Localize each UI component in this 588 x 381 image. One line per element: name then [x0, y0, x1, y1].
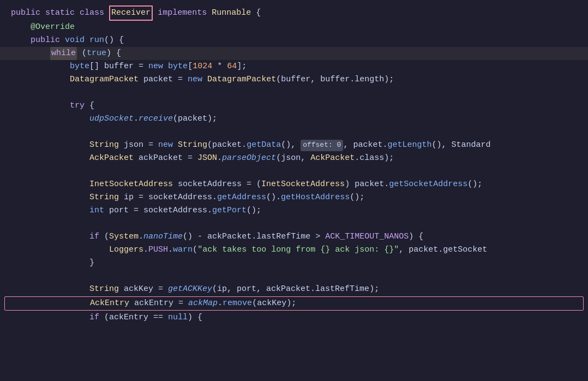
code-line: AckEntry ackEntry = ackMap.remove(ackKey…: [4, 296, 584, 311]
code-token: PUSH: [148, 243, 168, 257]
code-token: "ack takes too long from {} ack json: {}…: [197, 243, 399, 257]
code-token: [11, 112, 89, 126]
code-token: [11, 178, 89, 191]
code-line: udpSocket.receive(packet);: [0, 112, 588, 126]
code-token: nanoTime: [143, 230, 183, 243]
code-token: () {: [104, 34, 124, 47]
code-token: int: [89, 204, 104, 217]
code-line: [0, 86, 588, 99]
code-token: AckPacket: [89, 152, 134, 165]
code-token: getSocketAddress: [389, 178, 467, 191]
code-line: try {: [0, 99, 588, 112]
code-token: (packet);: [173, 112, 217, 126]
code-token: Loggers: [109, 243, 143, 257]
code-line: }: [0, 257, 588, 270]
code-token: String: [89, 191, 119, 204]
code-token: getData: [247, 139, 281, 152]
code-token: *: [212, 60, 227, 73]
code-token: try: [70, 99, 85, 112]
code-token: 1024: [193, 60, 212, 73]
code-token: ackKey =: [119, 283, 168, 296]
code-token: @Override: [31, 21, 75, 34]
code-line: if (System.nanoTime() - ackPacket.lastRe…: [0, 230, 588, 243]
code-token: (: [99, 230, 109, 243]
code-token: parseObject: [222, 152, 276, 165]
code-token: if: [89, 230, 99, 243]
code-token: receive: [139, 112, 173, 126]
code-token: getAddress: [217, 191, 266, 204]
while-keyword: while: [50, 47, 77, 60]
code-token: [11, 257, 89, 270]
code-token: [173, 139, 178, 152]
code-token: [11, 191, 89, 204]
code-token: () - ackPacket.lastRefTime >: [183, 230, 325, 243]
code-token: udpSocket: [89, 112, 134, 126]
code-token: [] buffer =: [89, 60, 148, 73]
code-token: remove: [223, 297, 252, 310]
code-token: [11, 99, 70, 112]
code-token: ();: [247, 204, 261, 217]
code-token: 64: [227, 60, 237, 73]
code-token: json =: [119, 139, 158, 152]
code-token: getHostAddress: [281, 191, 350, 204]
code-token: [11, 297, 90, 310]
code-line: [0, 165, 588, 178]
code-line: [0, 126, 588, 139]
code-token: ) packet.: [345, 178, 389, 191]
code-token: [11, 204, 89, 217]
code-token: true: [87, 47, 106, 60]
code-token: (ackEntry ==: [99, 311, 168, 324]
code-token: public: [11, 7, 40, 20]
code-token: [75, 7, 80, 20]
code-token: }: [89, 257, 94, 270]
code-token: .: [168, 243, 173, 257]
code-line: DatagramPacket packet = new DatagramPack…: [0, 73, 588, 86]
code-token: new: [188, 73, 202, 86]
code-token: [11, 73, 70, 86]
code-token: .class);: [355, 152, 394, 165]
code-token: getPort: [212, 204, 247, 217]
code-token: DatagramPacket: [207, 73, 276, 86]
param-hint: offset: 0: [301, 140, 343, 151]
code-token: port = socketAddress.: [104, 204, 212, 217]
code-token: getACKKey: [168, 283, 212, 296]
code-token: void: [65, 34, 85, 47]
code-token: [202, 73, 207, 86]
code-token: [40, 7, 45, 20]
code-token: String: [89, 139, 119, 152]
code-token: byte: [70, 60, 89, 73]
code-token: (),: [281, 139, 301, 152]
code-token: {: [251, 7, 261, 20]
code-line: int port = socketAddress.getPort();: [0, 204, 588, 217]
code-token: .: [139, 230, 143, 243]
code-token: (ackKey);: [252, 297, 296, 310]
code-token: .: [143, 243, 148, 257]
code-token: AckPacket: [310, 152, 355, 165]
code-token: [85, 34, 89, 47]
code-token: [: [188, 60, 193, 73]
code-line: [0, 217, 588, 230]
code-token: {: [85, 99, 94, 112]
code-line: InetSocketAddress socketAddress = (InetS…: [0, 178, 588, 191]
code-token: [11, 21, 31, 34]
code-token: ip = socketAddress.: [119, 191, 217, 204]
code-token: ackEntry =: [129, 297, 188, 310]
code-line: String ackKey = getACKKey(ip, port, ackP…: [0, 283, 588, 296]
code-token: InetSocketAddress: [261, 178, 345, 191]
code-token: [207, 7, 212, 20]
code-token: [153, 7, 158, 20]
code-token: new: [148, 60, 163, 73]
code-token: new: [158, 139, 173, 152]
code-token: ACK_TIMEOUT_NANOS: [325, 230, 409, 243]
code-token: [11, 60, 70, 73]
code-token: [11, 34, 31, 47]
code-token: [11, 243, 109, 257]
code-token: AckEntry: [90, 297, 129, 310]
code-token: .: [218, 297, 223, 310]
code-token: [11, 139, 89, 152]
code-token: null: [168, 311, 188, 324]
code-token: ) {: [188, 311, 202, 324]
code-token: run: [89, 34, 104, 47]
code-token: [11, 283, 89, 296]
code-token: ) {: [106, 47, 121, 60]
